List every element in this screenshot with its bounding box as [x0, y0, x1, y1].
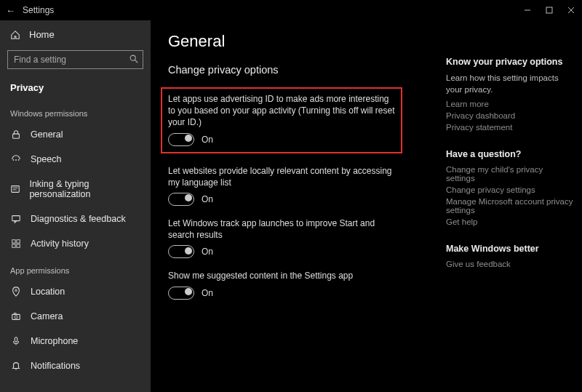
svg-point-20 [15, 316, 17, 319]
home-icon [10, 30, 20, 40]
toggle-language-list[interactable] [168, 193, 194, 206]
toggle-track-launches[interactable] [168, 245, 194, 258]
option-label: Let websites provide locally relevant co… [168, 165, 394, 188]
bell-icon [10, 361, 22, 371]
svg-point-9 [18, 159, 20, 161]
svg-line-5 [135, 60, 138, 63]
sidebar-item-label: Location [31, 287, 65, 297]
feedback-icon [10, 214, 22, 224]
sidebar-item-microphone[interactable]: Microphone [0, 329, 151, 353]
link-give-feedback[interactable]: Give us feedback [446, 260, 573, 268]
svg-point-8 [15, 159, 17, 161]
page-title: General [168, 32, 433, 51]
speech-icon [10, 154, 22, 164]
sidebar-item-location[interactable]: Location [0, 279, 151, 304]
svg-rect-1 [546, 7, 552, 13]
option-suggested-content: Show me suggested content in the Setting… [168, 270, 394, 299]
link-change-privacy[interactable]: Change privacy settings [446, 185, 573, 194]
option-label: Let apps use advertising ID to make ads … [168, 93, 395, 129]
link-learn-more[interactable]: Learn more [446, 100, 573, 108]
svg-rect-22 [15, 337, 17, 342]
sidebar-item-label: Speech [31, 154, 61, 164]
camera-icon [10, 311, 22, 321]
svg-rect-15 [17, 240, 20, 243]
option-track-launches: Let Windows track app launches to improv… [168, 217, 394, 258]
search-icon [129, 54, 139, 64]
svg-rect-17 [17, 244, 20, 247]
sidebar-item-inking[interactable]: Inking & typing personalization [0, 172, 151, 207]
rail-heading: Have a question? [446, 149, 573, 159]
link-privacy-dashboard[interactable]: Privacy dashboard [446, 111, 573, 120]
rail-desc: Learn how this setting impacts your priv… [446, 73, 573, 95]
inking-icon [10, 184, 20, 194]
content-area: General Change privacy options Let apps … [151, 20, 582, 392]
link-get-help[interactable]: Get help [446, 217, 573, 226]
svg-point-7 [13, 159, 15, 161]
sidebar-item-activity-history[interactable]: Activity history [0, 231, 151, 256]
home-label: Home [29, 29, 55, 40]
group-windows-permissions: Windows permissions [0, 99, 151, 122]
svg-rect-6 [13, 134, 20, 138]
sidebar: Home Privacy Windows permissions General… [0, 20, 151, 392]
option-advertising-id: Let apps use advertising ID to make ads … [161, 87, 402, 153]
location-icon [10, 287, 22, 297]
toggle-state: On [202, 135, 213, 145]
search-input[interactable] [7, 50, 143, 69]
sidebar-item-label: Diagnostics & feedback [31, 214, 126, 224]
svg-rect-21 [14, 313, 16, 315]
back-button[interactable]: ← [6, 5, 15, 16]
link-manage-ms-privacy[interactable]: Manage Microsoft account privacy setting… [446, 197, 573, 215]
rail-know-options: Know your privacy options Learn how this… [446, 57, 573, 132]
sidebar-item-notifications[interactable]: Notifications [0, 353, 151, 378]
link-privacy-statement[interactable]: Privacy statement [446, 123, 573, 132]
toggle-state: On [202, 247, 213, 257]
sidebar-item-camera[interactable]: Camera [0, 304, 151, 329]
svg-point-4 [130, 55, 135, 60]
sidebar-item-diagnostics[interactable]: Diagnostics & feedback [0, 207, 151, 231]
maximize-button[interactable] [538, 0, 560, 20]
rail-heading: Make Windows better [446, 244, 573, 254]
home-nav[interactable]: Home [0, 23, 151, 46]
svg-point-18 [15, 289, 17, 292]
sidebar-item-speech[interactable]: Speech [0, 147, 151, 172]
svg-rect-16 [12, 244, 15, 247]
rail-make-better: Make Windows better Give us feedback [446, 244, 573, 268]
right-rail: Know your privacy options Learn how this… [446, 20, 582, 392]
sidebar-item-label: Activity history [31, 239, 89, 249]
sidebar-item-label: Microphone [31, 336, 78, 346]
current-category: Privacy [0, 76, 151, 99]
rail-heading: Know your privacy options [446, 57, 573, 67]
close-button[interactable] [560, 0, 582, 20]
option-label: Let Windows track app launches to improv… [168, 217, 394, 241]
rail-have-question: Have a question? Change my child's priva… [446, 149, 573, 226]
history-icon [10, 239, 22, 249]
minimize-button[interactable] [517, 0, 538, 20]
lock-icon [10, 129, 22, 140]
option-language-list: Let websites provide locally relevant co… [168, 165, 394, 206]
sidebar-item-label: Camera [31, 311, 63, 321]
toggle-suggested-content[interactable] [168, 287, 194, 300]
settings-window: ← Settings Home Privacy Windows permissi… [0, 0, 582, 392]
svg-rect-13 [12, 216, 20, 221]
toggle-state: On [202, 194, 213, 204]
sidebar-item-label: Notifications [31, 361, 80, 371]
option-label: Show me suggested content in the Setting… [168, 270, 394, 281]
svg-rect-14 [12, 240, 15, 243]
window-title: Settings [23, 5, 54, 15]
toggle-advertising-id[interactable] [168, 133, 194, 146]
toggle-state: On [202, 288, 213, 298]
section-header: Change privacy options [168, 64, 433, 76]
svg-rect-19 [12, 314, 20, 319]
group-app-permissions: App permissions [0, 256, 151, 279]
sidebar-item-general[interactable]: General [0, 122, 151, 147]
sidebar-item-label: Inking & typing personalization [29, 179, 140, 199]
titlebar: ← Settings [0, 0, 582, 20]
svg-rect-10 [12, 186, 20, 193]
main-panel: General Change privacy options Let apps … [151, 20, 446, 392]
link-child-privacy[interactable]: Change my child's privacy settings [446, 165, 573, 183]
microphone-icon [10, 336, 22, 346]
sidebar-item-label: General [31, 129, 63, 140]
